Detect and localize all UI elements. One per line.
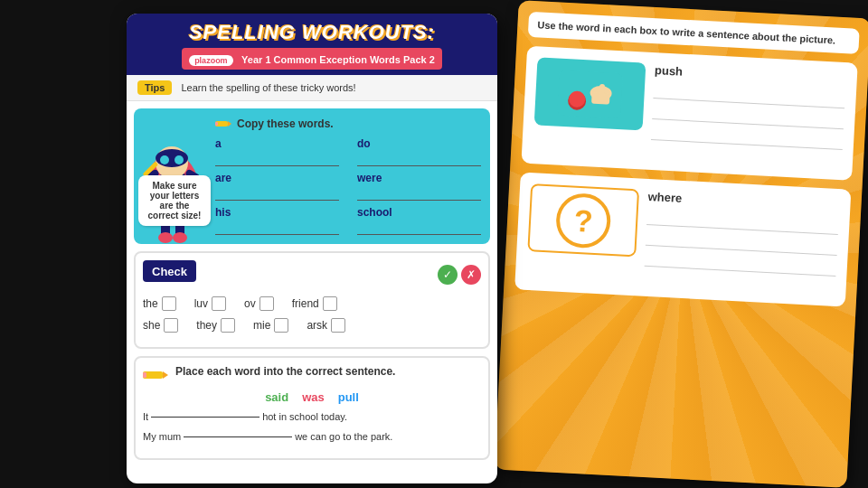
word-she: she: [143, 319, 160, 332]
check-item-luv: luv: [194, 296, 226, 311]
question-mark-svg: ?: [545, 187, 621, 254]
pencil-sentence-icon: [143, 370, 168, 380]
left-worksheet: SPELLING WORKOUTS: plazoom Year 1 Common…: [127, 14, 497, 483]
check-box-mie[interactable]: [274, 318, 288, 333]
word-were-label: were: [357, 172, 481, 184]
word-luv: luv: [194, 297, 208, 310]
word-the: the: [143, 297, 158, 310]
word-are-label: are: [215, 172, 339, 184]
word-his-line: [215, 221, 339, 235]
word-a-line: [215, 152, 339, 166]
sentence-word-said: said: [265, 390, 288, 404]
sentence-1-prefix: It: [143, 411, 148, 422]
activity-teal-box: ★ Copy these words. a do: [134, 108, 490, 244]
check-correct-icon[interactable]: ✓: [438, 265, 458, 285]
check-item-arsk: arsk: [307, 318, 345, 333]
svg-rect-3: [599, 83, 605, 96]
svg-rect-25: [215, 122, 218, 126]
word-were-line: [357, 186, 481, 201]
sentence-title: Place each word into the correct sentenc…: [175, 365, 395, 378]
word-ov: ov: [244, 297, 256, 310]
check-item-the: the: [143, 296, 176, 311]
check-item-she: she: [143, 318, 178, 333]
sentence-2: My mum we can go to the park.: [143, 431, 481, 442]
word-entry-are: are: [215, 172, 339, 201]
word-his-label: his: [215, 206, 339, 219]
check-item-friend: friend: [292, 296, 337, 311]
pencil-icon: [215, 119, 231, 128]
svg-text:?: ?: [573, 202, 594, 238]
where-image: ?: [527, 183, 639, 257]
svg-marker-24: [228, 121, 231, 127]
sentence-word-list: said was pull: [143, 390, 481, 404]
push-writing-lines: [651, 82, 845, 150]
word-entry-a: a: [215, 137, 339, 166]
word-entry-were: were: [357, 172, 481, 201]
tips-bar: Tips Learn the spelling of these tricky …: [127, 75, 497, 101]
sentence-word-pull: pull: [338, 390, 359, 404]
push-button-svg: [552, 65, 627, 123]
check-icons: ✓ ✗: [438, 265, 481, 285]
sentence-2-suffix: we can go to the park.: [295, 431, 392, 442]
copy-words-label: Copy these words.: [237, 117, 334, 130]
check-box-friend[interactable]: [323, 296, 337, 311]
sentence-1-blank[interactable]: [151, 417, 259, 418]
check-box-the[interactable]: [162, 296, 176, 311]
tips-badge: Tips: [137, 80, 172, 95]
sentence-2-prefix: My mum: [143, 431, 181, 442]
word-a-label: a: [215, 137, 339, 150]
instruction-text: Use the word in each box to write a sent…: [537, 19, 835, 45]
worksheet-header: SPELLING WORKOUTS: plazoom Year 1 Common…: [127, 14, 497, 75]
worksheet-title: SPELLING WORKOUTS:: [189, 21, 435, 44]
word-friend: friend: [292, 297, 319, 310]
speech-bubble-text: Make sure your letters are the correct s…: [148, 181, 202, 221]
check-box-they[interactable]: [221, 318, 235, 333]
push-word-card: push: [521, 46, 857, 181]
sentence-word-was: was: [302, 390, 325, 404]
plazoom-badge: plazoom: [189, 55, 233, 66]
tips-text: Learn the spelling of these tricky words…: [181, 82, 355, 93]
check-item-ov: ov: [244, 296, 274, 311]
check-item-mie: mie: [253, 318, 288, 333]
subtitle-bar: plazoom Year 1 Common Exception Words Pa…: [182, 48, 442, 70]
svg-marker-27: [163, 371, 168, 379]
check-section: Check ✓ ✗ the luv ov friend: [134, 251, 490, 349]
sentence-1-suffix: hot in school today.: [262, 411, 347, 422]
svg-rect-28: [143, 372, 146, 378]
check-item-they: they: [196, 318, 235, 333]
sentence-2-blank[interactable]: [184, 436, 292, 437]
push-image: [534, 57, 646, 130]
check-row-2: she they mie arsk: [143, 318, 481, 333]
word-entry-his: his: [215, 206, 339, 235]
sentence-section: Place each word into the correct sentenc…: [134, 356, 490, 460]
word-mie: mie: [253, 319, 270, 332]
speech-bubble: Make sure your letters are the correct s…: [138, 175, 211, 226]
svg-point-12: [156, 149, 188, 167]
words-grid: a do are were his school: [215, 137, 481, 235]
svg-point-13: [160, 155, 169, 164]
word-are-line: [215, 186, 339, 201]
check-box-ov[interactable]: [259, 296, 274, 311]
word-do-line: [357, 152, 481, 166]
word-school-line: [357, 221, 481, 235]
check-box-arsk[interactable]: [331, 318, 345, 333]
check-box-she[interactable]: [164, 318, 178, 333]
sentence-1: It hot in school today.: [143, 411, 481, 422]
word-school-label: school: [357, 206, 481, 219]
where-writing-lines: [645, 209, 839, 277]
check-box-luv[interactable]: [212, 296, 226, 311]
copy-words-title: Copy these words.: [215, 117, 481, 130]
word-entry-school: school: [357, 206, 481, 235]
worksheet-subtitle: Year 1 Common Exception Words Pack 2: [241, 54, 435, 65]
svg-rect-0: [557, 70, 623, 118]
word-do-label: do: [357, 137, 481, 150]
word-arsk: arsk: [307, 319, 327, 332]
svg-point-19: [158, 232, 173, 243]
where-word-card: ? where: [514, 173, 851, 307]
right-worksheet: Use the word in each box to write a sent…: [495, 0, 868, 488]
check-row-1: the luv ov friend: [143, 296, 481, 311]
word-they: they: [196, 319, 217, 332]
svg-point-14: [175, 155, 184, 164]
check-wrong-icon[interactable]: ✗: [461, 265, 481, 285]
svg-point-20: [173, 232, 187, 243]
